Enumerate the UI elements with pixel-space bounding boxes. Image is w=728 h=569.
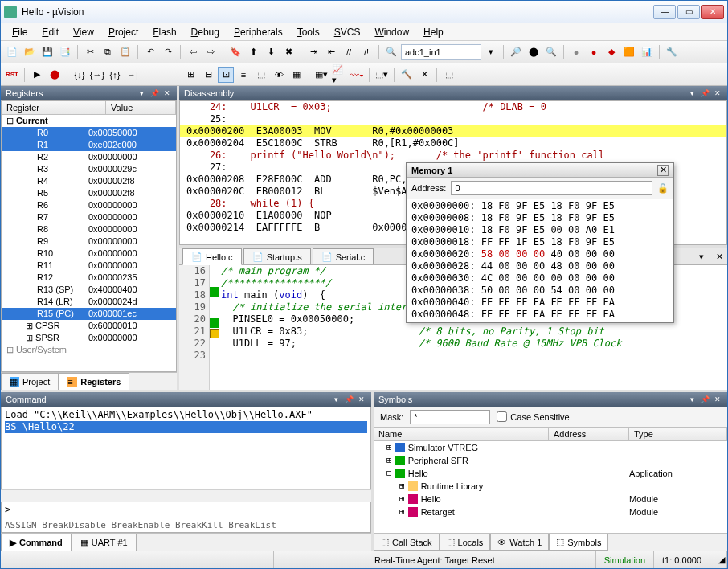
minimize-button[interactable]: — [653,5,676,19]
step-into-icon[interactable]: {↓} [72,67,88,83]
misc1-icon[interactable]: ◆ [603,44,620,60]
find-combo[interactable]: adc1_in1 [401,44,481,60]
maximize-button[interactable]: ▭ [677,5,700,19]
memory-close-icon[interactable]: ✕ [657,165,669,176]
tab-serial-c[interactable]: 📄 Serial.c [313,248,374,264]
new-file-icon[interactable]: 📄 [4,44,20,60]
register-row[interactable]: R80x00000000 [2,223,176,235]
case-sensitive-checkbox[interactable]: Case Sensitive [497,411,569,422]
window-callstack-icon[interactable]: ⬚ [253,67,269,83]
col-name[interactable]: Name [374,428,549,440]
register-row[interactable]: R30x0000029c [2,163,176,175]
register-row[interactable]: R70x00000000 [2,211,176,223]
menu-peripherals[interactable]: Peripherals [227,25,289,39]
disasm-line[interactable]: 0x00000204 E5C1000C STRB R0,[R1,#0x000C] [180,137,726,149]
register-row[interactable]: ⊞ SPSR0x00000000 [2,332,176,344]
disasm-line[interactable]: 0x00000200 E3A00003 MOV R0,#0x00000003 [180,125,726,137]
indent-icon[interactable]: ⇥ [305,44,321,60]
redo-icon[interactable]: ↷ [160,44,176,60]
window-memory-icon[interactable]: ▦ [288,67,305,83]
memory-row[interactable]: 0x00000040: FE FF FF EA FE FF FF EA [411,297,669,309]
panel-dropdown-icon[interactable]: ▾ [687,395,697,404]
save-icon[interactable]: 💾 [39,44,55,60]
menu-tools[interactable]: Tools [291,25,326,39]
tab-project[interactable]: ▦Project [1,373,59,390]
disasm-line[interactable]: 26: printf ("Hello World\n"); /* the 'pr… [180,149,726,162]
tab-hello-c[interactable]: 📄 Hello.c [182,248,242,265]
tab-locals[interactable]: ⬚ Locals [440,534,491,551]
address-input[interactable] [451,181,652,195]
trace-icon[interactable]: 〰▾ [349,67,365,83]
register-row[interactable]: R110x00000000 [2,260,176,272]
resize-grip-icon[interactable]: ◢ [710,551,727,568]
panel-pin-icon[interactable]: 📌 [700,395,710,404]
step-over-icon[interactable]: {→} [89,67,105,83]
run-icon[interactable]: ▶ [29,67,45,83]
panel-dropdown-icon[interactable]: ▾ [687,88,697,98]
marker-column[interactable] [210,265,221,390]
breakpoint-icon[interactable]: ⬤ [526,44,542,60]
menu-help[interactable]: Help [417,25,450,39]
symbol-row[interactable]: ⊞Simulator VTREG [374,441,727,454]
tab-watch1[interactable]: 👁 Watch 1 [490,534,549,551]
memory-row[interactable]: 0x00000028: 44 00 00 00 48 00 00 00 [411,260,669,272]
stop-record-icon[interactable]: ● [586,44,602,60]
tab-registers[interactable]: ≡Registers [59,373,129,390]
menu-flash[interactable]: Flash [146,25,182,39]
window-registers-icon[interactable]: ≡ [235,67,252,83]
window-watch-icon[interactable]: 👁 [271,67,287,83]
register-row[interactable]: R50x000002f8 [2,187,176,199]
panel-pin-icon[interactable]: 📌 [149,88,159,98]
disasm-line[interactable]: 25: [180,113,726,125]
bookmark-next-icon[interactable]: ⬇ [263,44,279,60]
debug-icon[interactable]: 🔎 [508,44,524,60]
value-col[interactable]: Value [106,101,176,114]
register-col[interactable]: Register [2,101,106,114]
command-hscroll[interactable] [1,489,371,502]
outdent-icon[interactable]: ⇤ [323,44,339,60]
window-symbols-icon[interactable]: ⊡ [218,67,234,83]
run-to-cursor-icon[interactable]: →| [125,67,141,83]
find-icon[interactable]: 🔍 [383,44,399,60]
disasm-line[interactable]: 24: U1LCR = 0x03; /* DLAB = 0 [180,101,726,113]
symbol-row[interactable]: ⊞Runtime Library [374,480,727,493]
menu-debug[interactable]: Debug [185,25,226,39]
memory-row[interactable]: 0x00000038: 50 00 00 00 54 00 00 00 [411,284,669,297]
tools-icon[interactable]: ✕ [416,67,432,83]
panel-pin-icon[interactable]: 📌 [344,395,354,404]
symbol-row[interactable]: ⊟HelloApplication [374,467,727,480]
col-address[interactable]: Address [549,428,629,440]
register-row[interactable]: R90x00000000 [2,235,176,248]
panel-dropdown-icon[interactable]: ▾ [331,395,341,404]
uncomment-icon[interactable]: /! [358,44,374,60]
command-prompt[interactable]: > [1,502,371,518]
memory-row[interactable]: 0x00000048: FE FF FF EA FE FF FF EA [411,309,669,321]
misc3-icon[interactable]: 📊 [639,44,655,60]
tab-callstack[interactable]: ⬚ Call Stack [374,534,440,551]
register-row[interactable]: R60x00000000 [2,199,176,211]
step-out-icon[interactable]: {↑} [107,67,123,83]
bookmark-prev-icon[interactable]: ⬆ [245,44,261,60]
symbol-row[interactable]: ⊞RetargetModule [374,506,727,518]
open-file-icon[interactable]: 📂 [22,44,38,60]
memory-body[interactable]: 0x00000000: 18 F0 9F E5 18 F0 9F E50x000… [407,199,673,322]
panel-close-icon[interactable]: ✕ [713,88,722,98]
register-row[interactable]: R14 (LR)0x0000024d [2,296,176,308]
tab-uart1[interactable]: ▦ UART #1 [72,534,137,551]
tab-startup-s[interactable]: 📄 Startup.s [243,248,311,264]
copy-icon[interactable]: ⧉ [100,44,116,60]
paste-icon[interactable]: 📋 [117,44,133,60]
update-icon[interactable]: ⬚ [441,67,457,83]
close-button[interactable]: ✕ [701,5,724,19]
panel-pin-icon[interactable]: 📌 [700,88,710,98]
undo-icon[interactable]: ↶ [142,44,158,60]
register-row[interactable]: R40x000002f8 [2,175,176,187]
bookmark-icon[interactable]: 🔖 [227,44,243,60]
menu-project[interactable]: Project [102,25,145,39]
nav-back-icon[interactable]: ⇦ [185,44,201,60]
panel-close-icon[interactable]: ✕ [713,395,722,404]
menu-window[interactable]: Window [368,25,415,39]
editor-close-icon[interactable]: ✕ [711,248,727,264]
stop-icon[interactable]: ⬤ [47,67,63,83]
find-combo-drop-icon[interactable]: ▾ [483,44,499,60]
